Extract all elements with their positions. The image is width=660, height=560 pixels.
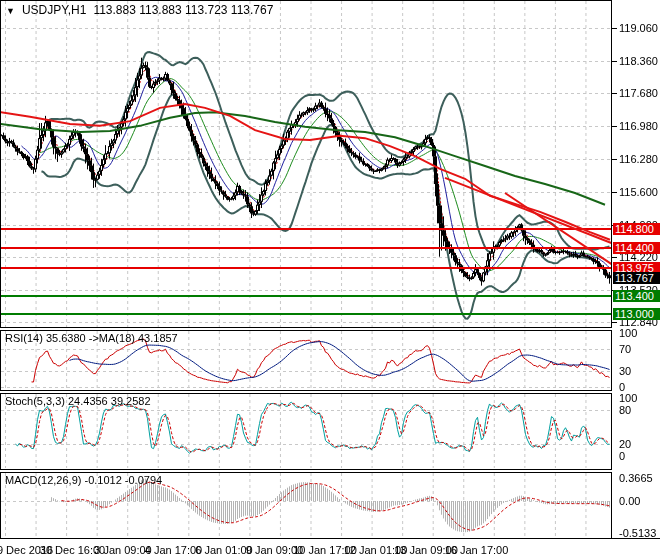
price-tick-label: 116.980 bbox=[619, 120, 658, 132]
time-axis[interactable]: 29 Dec 201630 Dec 16:003 Jan 09:004 Jan … bbox=[0, 539, 660, 560]
stoch-tick-label: 0 bbox=[619, 450, 625, 462]
mt4-chart-window: ▼ USDJPY,H1 113.883 113.883 113.723 113.… bbox=[0, 0, 660, 560]
macd-indicator-label: MACD(12,26,9) -0.1012 -0.0794 bbox=[5, 474, 162, 486]
chart-title: ▼ USDJPY,H1 113.883 113.883 113.723 113.… bbox=[6, 3, 273, 17]
time-axis-label: 3 Jan 09:00 bbox=[94, 544, 152, 556]
symbol-dropdown-icon[interactable]: ▼ bbox=[6, 6, 15, 16]
time-axis-label: 16 Jan 17:00 bbox=[445, 544, 509, 556]
rsi-tick-label: 70 bbox=[619, 343, 631, 355]
time-axis-label: 4 Jan 17:00 bbox=[145, 544, 203, 556]
price-tick-label: 117.680 bbox=[619, 87, 658, 99]
stoch-tick-label: 20 bbox=[619, 438, 631, 450]
price-tick-label: 116.280 bbox=[619, 153, 658, 165]
resistance-price-badge: 114.800 bbox=[613, 223, 660, 235]
macd-tick-label: -0.5133 bbox=[619, 527, 656, 539]
rsi-tick-label: 100 bbox=[619, 327, 637, 339]
support-price-badge: 113.000 bbox=[613, 308, 660, 320]
rsi-tick-label: 30 bbox=[619, 365, 631, 377]
current-price-badge: 113.767 bbox=[613, 272, 660, 284]
stoch-tick-label: 80 bbox=[619, 404, 631, 416]
rsi-indicator-label: RSI(14) 35.6380 ->MA(18) 43.1857 bbox=[5, 332, 178, 344]
price-tick-label: 115.600 bbox=[619, 186, 658, 198]
macd-tick-label: 0.3665 bbox=[619, 472, 653, 484]
ohlc-values-label: 113.883 113.883 113.723 113.767 bbox=[93, 3, 273, 17]
stoch-tick-label: 100 bbox=[619, 392, 637, 404]
stoch-indicator-label: Stoch(5,3,3) 24.4356 39.2582 bbox=[5, 395, 151, 407]
macd-tick-label: 0.00 bbox=[619, 495, 640, 507]
price-tick-label: 119.060 bbox=[619, 22, 658, 34]
time-axis-label: 6 Jan 01:00 bbox=[195, 544, 253, 556]
symbol-timeframe-label: USDJPY,H1 bbox=[22, 3, 86, 17]
resistance-price-badge: 114.400 bbox=[613, 242, 660, 254]
support-price-badge: 113.400 bbox=[613, 290, 660, 302]
price-tick-label: 118.360 bbox=[619, 55, 658, 67]
